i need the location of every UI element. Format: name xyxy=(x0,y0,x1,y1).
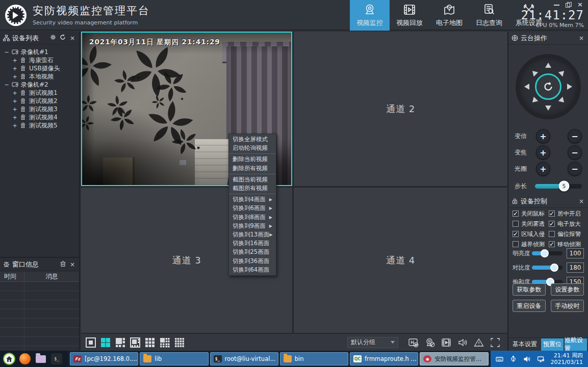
iris-minus-button[interactable]: − xyxy=(568,162,582,176)
focus-minus-button[interactable]: − xyxy=(568,145,582,160)
volume-tray-icon[interactable] xyxy=(523,355,531,363)
menu-item-switch-16[interactable]: 切换到16画面 xyxy=(229,239,276,248)
ptz-panel-close-icon[interactable]: × xyxy=(578,35,585,42)
group-selector-dropdown[interactable]: 默认分组 xyxy=(347,337,398,348)
device-settings-gear-icon[interactable] xyxy=(49,34,57,42)
layout-1-icon[interactable] xyxy=(85,337,96,348)
brightness-value[interactable]: 100 xyxy=(567,248,584,258)
keyboard-tray-icon[interactable] xyxy=(496,355,503,363)
trash-icon[interactable] xyxy=(59,260,66,268)
video-channel-2[interactable]: 通道 2 xyxy=(294,32,507,186)
ptz-auto-scan-button[interactable] xyxy=(535,73,561,100)
fullscreen-icon[interactable] xyxy=(490,337,501,348)
window-info-close-icon[interactable]: × xyxy=(69,261,76,268)
tree-node-recorder2[interactable]: − 录像机#2 xyxy=(4,81,79,89)
device-refresh-icon[interactable] xyxy=(59,34,66,42)
layout-6-icon[interactable] xyxy=(115,337,126,348)
taskbar-clock[interactable]: 21:41 周四 2021/03/11 xyxy=(550,351,588,367)
menu-item-switch-36[interactable]: 切换到36画面 xyxy=(229,256,276,265)
alarm-icon[interactable] xyxy=(473,337,484,348)
video-channel-4[interactable]: 通道 4 xyxy=(294,188,507,333)
menu-item-switch-8[interactable]: 切换到8画面▶ xyxy=(229,213,276,222)
checkbox-center-on[interactable]: ✓居中开启 xyxy=(549,210,585,217)
speaker-icon[interactable] xyxy=(457,337,468,348)
tree-node-camera[interactable]: + 测试视频3 xyxy=(4,105,79,113)
brightness-slider-thumb[interactable] xyxy=(541,249,549,257)
tree-node-camera[interactable]: + 测试视频5 xyxy=(4,121,79,129)
task-surveillance-app[interactable]: ◉ 安防视频监控管... xyxy=(420,352,488,365)
zoom-minus-button[interactable]: − xyxy=(568,129,582,143)
layout-16-icon[interactable] xyxy=(174,337,185,348)
layout-8-icon[interactable] xyxy=(130,337,141,348)
ptz-down-right-arrow[interactable] xyxy=(558,97,569,107)
tree-node-camera[interactable]: + 测试视频1 xyxy=(4,89,79,97)
contrast-value[interactable]: 180 xyxy=(567,263,584,273)
iris-plus-button[interactable]: + xyxy=(536,162,550,176)
menu-item-snapshot-current[interactable]: 截图当前视频 xyxy=(229,175,276,184)
nav-e-map[interactable]: 电子地图 xyxy=(429,0,469,31)
home-menu-icon[interactable] xyxy=(3,353,15,365)
zoom-plus-button[interactable]: + xyxy=(536,129,550,143)
task-bin-folder[interactable]: bin xyxy=(280,352,348,365)
ptz-down-left-arrow[interactable] xyxy=(528,97,538,107)
task-terminal[interactable]: $_ root@liu-virtual... xyxy=(210,352,278,365)
focus-plus-button[interactable]: + xyxy=(536,145,550,160)
tree-node-recorder1[interactable]: − 录像机#1 xyxy=(4,48,79,56)
ptz-up-right-arrow[interactable] xyxy=(558,66,569,76)
ptz-left-arrow[interactable] xyxy=(521,84,529,90)
checkbox-defog-off[interactable]: 关闭雾透 xyxy=(513,220,549,227)
tab-basic-settings[interactable]: 基本设置 xyxy=(508,340,541,349)
menu-item-snapshot-all[interactable]: 截图所有视频 xyxy=(229,184,276,193)
nav-video-playback[interactable]: 视频回放 xyxy=(390,0,429,31)
menu-item-switch-4[interactable]: 切换到4画面▶ xyxy=(229,195,276,204)
menu-item-switch-13[interactable]: 切换到13画面▶ xyxy=(229,230,276,239)
tree-node-camera[interactable]: + 海康萤石 xyxy=(4,56,79,64)
brightness-slider[interactable] xyxy=(532,251,563,255)
device-panel-close-icon[interactable]: × xyxy=(69,35,76,42)
manual-time-sync-button[interactable]: 手动校时 xyxy=(551,300,584,312)
task-qtcreator[interactable]: QC frmmaproute.h ... xyxy=(350,352,418,365)
display-tray-icon[interactable] xyxy=(537,355,545,363)
step-slider-thumb[interactable]: 5 xyxy=(559,181,570,192)
tab-cruise-settings[interactable]: 巡航设置 xyxy=(565,338,587,351)
menu-item-fullscreen[interactable]: 切换全屏模式 xyxy=(229,135,276,144)
layout-13-icon[interactable] xyxy=(159,337,170,348)
checkbox-motion-detect[interactable]: ✓移动侦测 xyxy=(549,241,585,248)
menu-item-delete-all[interactable]: 删除所有视频 xyxy=(229,164,276,173)
checkbox-offset-alarm[interactable]: 偏位报警 xyxy=(549,230,585,238)
task-filezilla[interactable]: Fz [pc@192.168.0.... xyxy=(70,352,138,365)
tree-node-camera[interactable]: + 本地视频 xyxy=(4,72,79,81)
menu-item-delete-current[interactable]: 删除当前视频 xyxy=(229,155,276,164)
checkbox-digital-zoom[interactable]: ✓电子放大 xyxy=(549,220,585,227)
file-manager-icon[interactable] xyxy=(35,353,47,365)
checkbox-area-intrusion[interactable]: ✓区域入侵 xyxy=(513,230,549,238)
step-slider[interactable]: 5 xyxy=(535,184,582,189)
tree-node-camera[interactable]: + USB摄像头 xyxy=(4,64,79,72)
reboot-device-button[interactable]: 重启设备 xyxy=(513,300,546,312)
tree-node-camera[interactable]: + 测试视频4 xyxy=(4,113,79,121)
set-params-button[interactable]: 设置参数 xyxy=(551,283,584,296)
nav-video-monitor[interactable]: 视频监控 xyxy=(350,0,390,31)
layout-9-icon[interactable] xyxy=(144,337,156,348)
contrast-slider[interactable] xyxy=(532,266,563,270)
checkbox-close-mouse[interactable]: ✓关闭鼠标 xyxy=(513,210,549,217)
get-params-button[interactable]: 获取参数 xyxy=(513,283,546,296)
ptz-up-arrow[interactable] xyxy=(545,60,551,68)
menu-item-switch-6[interactable]: 切换到6画面▶ xyxy=(229,204,276,213)
ptz-up-left-arrow[interactable] xyxy=(528,66,538,76)
close-button[interactable]: × xyxy=(577,2,583,7)
contrast-slider-thumb[interactable] xyxy=(550,264,558,272)
record-video-icon[interactable] xyxy=(441,337,452,348)
terminal-launcher-icon[interactable]: $_ xyxy=(50,353,63,365)
device-control-close-icon[interactable]: × xyxy=(578,198,585,205)
nav-log-query[interactable]: 日志查询 xyxy=(469,0,509,31)
tab-preset-position[interactable]: 预置位 xyxy=(541,338,564,351)
menu-item-start-polling[interactable]: 启动轮询视频 xyxy=(229,144,276,152)
task-lib-folder[interactable]: lib xyxy=(140,352,208,365)
hd-play-icon[interactable] xyxy=(408,337,419,348)
menu-item-switch-9[interactable]: 切换到9画面▶ xyxy=(229,222,276,230)
layout-4-icon[interactable] xyxy=(100,337,111,348)
ptz-right-arrow[interactable] xyxy=(567,84,575,90)
menu-item-switch-64[interactable]: 切换到64画面 xyxy=(229,266,276,274)
checkbox-crossline-detect[interactable]: 越界侦测 xyxy=(513,241,549,248)
